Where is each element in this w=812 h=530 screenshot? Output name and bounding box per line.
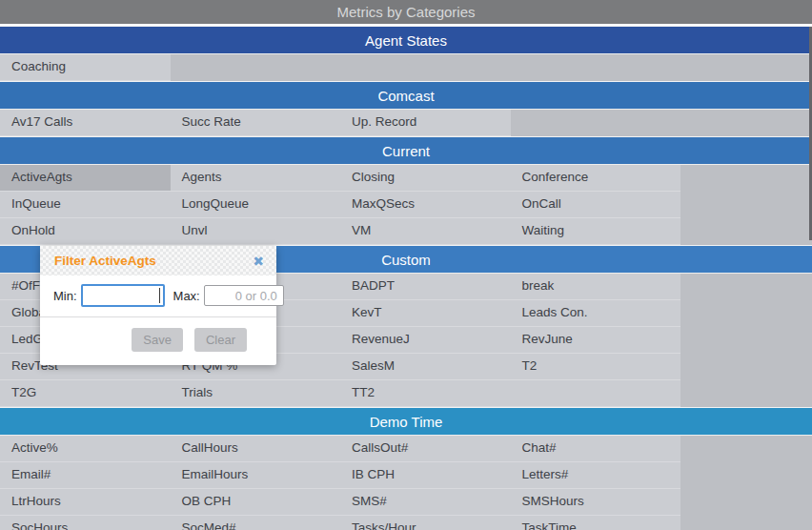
- metric-conference[interactable]: Conference: [511, 165, 681, 192]
- metric-revjune[interactable]: RevJune: [511, 327, 681, 354]
- max-label: Max:: [173, 289, 200, 303]
- section-title: Comcast: [377, 88, 434, 104]
- filter-dialog-body: Min: Max:: [40, 275, 276, 315]
- max-input[interactable]: [204, 285, 284, 306]
- metric-sms[interactable]: SMS#: [340, 489, 511, 516]
- section-header-demo-time[interactable]: Demo Time: [0, 407, 812, 436]
- min-input[interactable]: [81, 284, 165, 307]
- metric-ib-cph[interactable]: IB CPH: [340, 462, 511, 489]
- metric-ob-cph[interactable]: OB CPH: [171, 489, 341, 516]
- metric-socmed[interactable]: SocMed#: [171, 516, 341, 530]
- metric-active[interactable]: Active%: [0, 436, 171, 462]
- metric-revenuej[interactable]: RevenueJ: [340, 327, 511, 354]
- metric-row: Coaching: [0, 54, 812, 81]
- metric-row: InQueueLongQueueMaxQSecsOnCall: [0, 192, 812, 218]
- panel-title: Metrics by Categories: [336, 4, 475, 20]
- metric-up-record[interactable]: Up. Record: [340, 110, 511, 136]
- metric-emailhours[interactable]: EmailHours: [171, 462, 341, 489]
- metric-row: T2GTrialsTT2: [0, 380, 812, 407]
- clear-button[interactable]: Clear: [194, 328, 247, 352]
- metric-row: Email#EmailHoursIB CPHLetters#: [0, 462, 812, 489]
- metric-vm[interactable]: VM: [340, 218, 511, 245]
- section-title: Demo Time: [370, 414, 443, 430]
- metric-maxqsecs[interactable]: MaxQSecs: [340, 192, 511, 218]
- metric-closing[interactable]: Closing: [340, 165, 511, 192]
- save-button[interactable]: Save: [132, 328, 183, 352]
- metric-email[interactable]: Email#: [0, 462, 171, 489]
- metric-break[interactable]: break: [511, 274, 681, 300]
- section-header-agent-states[interactable]: Agent States: [0, 26, 812, 54]
- metric-tasks-hour[interactable]: Tasks/Hour: [340, 516, 511, 530]
- metric-inqueue[interactable]: InQueue: [0, 192, 171, 218]
- metric-letters[interactable]: Letters#: [511, 462, 681, 489]
- metric-cell-empty[interactable]: [511, 380, 681, 407]
- metric-leads-con[interactable]: Leads Con.: [511, 300, 681, 327]
- metric-ltrhours[interactable]: LtrHours: [0, 489, 171, 516]
- metric-activeagts[interactable]: ActiveAgts: [0, 165, 171, 192]
- min-label: Min:: [53, 289, 77, 303]
- metric-coaching[interactable]: Coaching: [0, 54, 171, 81]
- metric-callsout[interactable]: CallsOut#: [340, 436, 511, 462]
- metric-sochours[interactable]: SocHours: [0, 516, 171, 530]
- metric-av17-calls[interactable]: Av17 Calls: [0, 110, 171, 136]
- metric-kevt[interactable]: KevT: [340, 300, 511, 327]
- metric-succ-rate[interactable]: Succ Rate: [171, 110, 341, 136]
- metric-t2g[interactable]: T2G: [0, 380, 171, 407]
- metric-waiting[interactable]: Waiting: [511, 218, 681, 245]
- metric-onhold[interactable]: OnHold: [0, 218, 171, 245]
- metric-trials[interactable]: Trials: [171, 380, 341, 407]
- filter-dialog-titlebar: Filter ActiveAgts ✖: [40, 246, 276, 275]
- metric-unvl[interactable]: Unvl: [171, 218, 341, 245]
- section-title: Current: [382, 143, 430, 159]
- metric-chat[interactable]: Chat#: [511, 436, 681, 462]
- metric-tasktime[interactable]: TaskTime: [511, 516, 681, 530]
- metric-row: SocHoursSocMed#Tasks/HourTaskTime: [0, 516, 812, 530]
- close-icon[interactable]: ✖: [253, 255, 276, 268]
- metrics-by-categories-panel: Metrics by Categories Agent StatesCoachi…: [0, 0, 812, 530]
- metric-agents[interactable]: Agents: [171, 165, 341, 192]
- filter-dialog: Filter ActiveAgts ✖ Min: Max: Save Clear: [40, 246, 276, 365]
- metric-smshours[interactable]: SMSHours: [511, 489, 681, 516]
- metric-row: Av17 CallsSucc RateUp. Record: [0, 110, 812, 136]
- min-input-wrap: [81, 284, 165, 307]
- section-header-current[interactable]: Current: [0, 136, 812, 165]
- metric-t2[interactable]: T2: [511, 354, 681, 380]
- metric-row: ActiveAgtsAgentsClosingConference: [0, 165, 812, 192]
- section-title: Custom: [381, 252, 431, 268]
- section-title: Agent States: [365, 32, 447, 49]
- metric-badpt[interactable]: BADPT: [340, 274, 511, 300]
- filter-dialog-title: Filter ActiveAgts: [40, 254, 156, 268]
- section-header-comcast[interactable]: Comcast: [0, 81, 812, 110]
- panel-title-bar: Metrics by Categories: [0, 0, 812, 24]
- filter-dialog-footer: Save Clear: [40, 317, 276, 365]
- metric-oncall[interactable]: OnCall: [511, 192, 681, 218]
- metric-longqueue[interactable]: LongQueue: [171, 192, 341, 218]
- metric-row: LtrHoursOB CPHSMS#SMSHours: [0, 489, 812, 516]
- text-cursor: [159, 288, 160, 303]
- metric-tt2[interactable]: TT2: [340, 380, 511, 407]
- metric-row: Active%CallHoursCallsOut#Chat#: [0, 436, 812, 462]
- metric-callhours[interactable]: CallHours: [171, 436, 341, 462]
- metric-salesm[interactable]: SalesM: [340, 354, 511, 380]
- metric-row: OnHoldUnvlVMWaiting: [0, 218, 812, 245]
